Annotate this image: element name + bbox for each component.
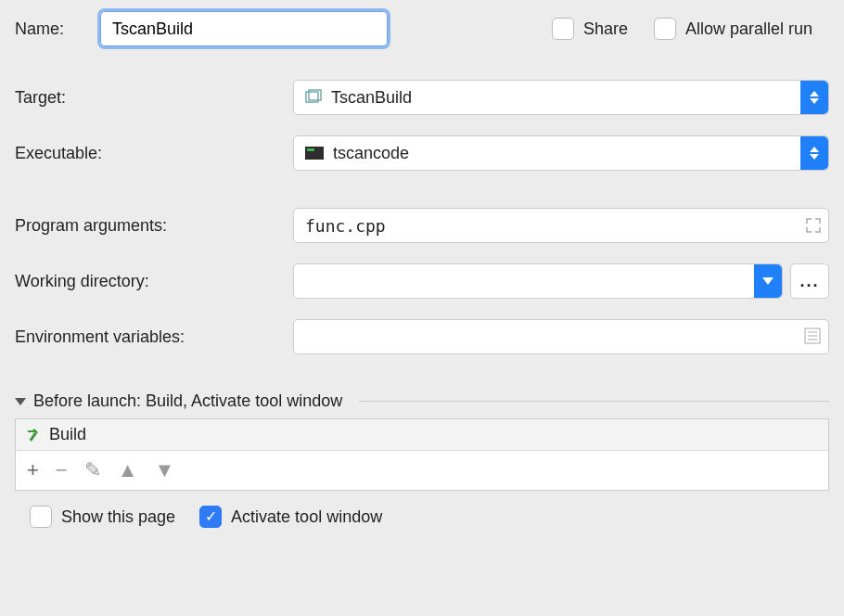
name-input[interactable] [100, 11, 388, 46]
environment-variables-input[interactable] [293, 319, 829, 354]
allow-parallel-label: Allow parallel run [685, 19, 812, 39]
target-dropdown[interactable]: TscanBuild [293, 80, 829, 115]
program-arguments-label: Program arguments: [15, 216, 293, 236]
program-arguments-input[interactable]: func.cpp [293, 208, 829, 243]
executable-value: tscancode [333, 144, 409, 163]
show-this-page-checkbox[interactable] [30, 506, 52, 528]
target-icon [305, 89, 322, 106]
before-launch-list: Build + − ✎ ▲ ▼ [15, 418, 829, 491]
target-value: TscanBuild [331, 88, 412, 108]
edit-task-icon[interactable]: ✎ [84, 458, 101, 482]
executable-stepper-icon[interactable] [800, 136, 828, 170]
add-task-icon[interactable]: + [27, 458, 39, 482]
browse-button[interactable]: ... [790, 263, 829, 299]
show-this-page-label: Show this page [61, 507, 175, 527]
environment-variables-label: Environment variables: [15, 327, 293, 347]
collapse-icon[interactable] [15, 398, 26, 405]
list-icon[interactable] [804, 327, 821, 344]
expand-icon[interactable] [806, 218, 821, 233]
working-directory-label: Working directory: [15, 272, 293, 291]
move-down-icon[interactable]: ▼ [155, 458, 175, 482]
remove-task-icon[interactable]: − [56, 458, 68, 482]
before-launch-header: Before launch: Build, Activate tool wind… [33, 391, 342, 411]
program-arguments-value: func.cpp [305, 216, 386, 236]
task-toolbar: + − ✎ ▲ ▼ [16, 451, 828, 490]
share-label: Share [583, 19, 628, 39]
terminal-icon [305, 147, 324, 160]
svg-rect-6 [30, 431, 37, 441]
allow-parallel-checkbox[interactable] [654, 18, 676, 40]
task-row[interactable]: Build [16, 419, 828, 451]
target-stepper-icon[interactable] [800, 81, 828, 114]
executable-dropdown[interactable]: tscancode [293, 135, 829, 171]
working-directory-dropdown-icon[interactable] [754, 264, 782, 298]
move-up-icon[interactable]: ▲ [118, 458, 138, 482]
task-label: Build [49, 425, 86, 444]
activate-tool-window-checkbox[interactable]: ✓ [199, 506, 222, 528]
activate-tool-window-label: Activate tool window [231, 507, 382, 527]
target-label: Target: [15, 88, 293, 108]
executable-label: Executable: [15, 144, 293, 163]
name-label: Name: [15, 19, 100, 39]
share-checkbox[interactable] [552, 18, 574, 40]
hammer-icon [25, 427, 42, 443]
working-directory-input[interactable] [293, 263, 783, 299]
